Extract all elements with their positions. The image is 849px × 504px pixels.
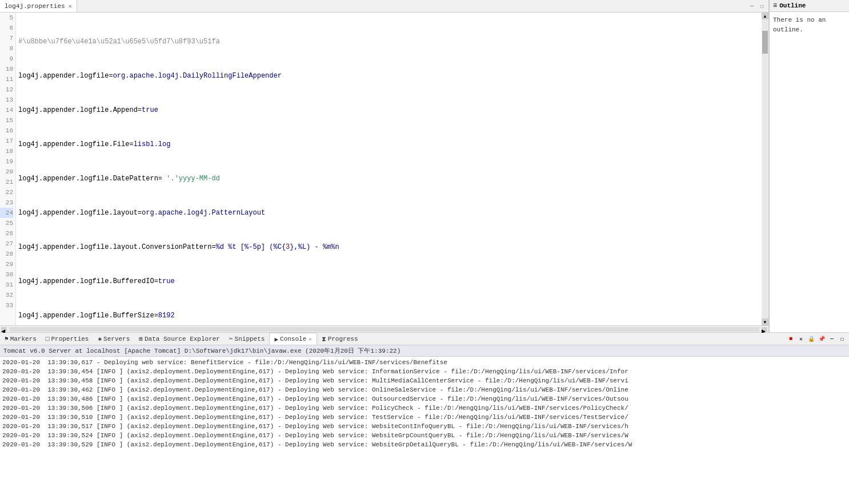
code-line: #\u8bbe\u7f6e\u4e1a\u52a1\u65e5\u5fd7\u8…: [18, 37, 759, 47]
tab-progress-label: Progress: [328, 336, 358, 342]
tab-progress[interactable]: ⧗ Progress: [317, 333, 363, 345]
console-minimize-button[interactable]: —: [827, 334, 836, 344]
code-line: log4j.appender.logfile.BufferedIO=true: [18, 276, 759, 287]
console-log-line: 2020-01-20 13:39:30,529 [INFO ] (axis2.d…: [2, 440, 847, 449]
tab-properties-label: Properties: [51, 336, 89, 342]
snippets-icon: ✂: [229, 335, 233, 342]
tab-markers[interactable]: ⚑ Markers: [0, 333, 41, 345]
tab-snippets-label: Snippets: [235, 336, 265, 342]
scroll-track[interactable]: [762, 19, 768, 318]
h-scroll-track[interactable]: [9, 327, 759, 332]
tab-markers-label: Markers: [10, 336, 37, 342]
code-line: log4j.appender.logfile.BufferSize=8192: [18, 311, 759, 321]
scroll-up-button[interactable]: ▲: [762, 13, 768, 19]
scroll-thumb[interactable]: [762, 31, 768, 54]
console-log-line: 2020-01-20 13:39:30,510 [INFO ] (axis2.d…: [2, 413, 847, 422]
window-maximize-button[interactable]: ☐: [758, 2, 766, 10]
console-scroll-lock-button[interactable]: 🔒: [807, 334, 816, 344]
tab-datasource[interactable]: ⊞ Data Source Explorer: [134, 333, 225, 345]
console-log-line: 2020-01-20 13:39:30,517 [INFO ] (axis2.d…: [2, 422, 847, 431]
code-line: log4j.appender.logfile=org.apache.log4j.…: [18, 71, 759, 81]
markers-icon: ⚑: [5, 335, 9, 342]
editor-main: log4j.properties ✕ — ☐ 5 6 7 8 9 10 11 1…: [0, 0, 769, 332]
console-output[interactable]: 2020-01-20 13:39:30,617 - Deploying web …: [0, 357, 849, 504]
tab-servers-label: Servers: [103, 336, 130, 342]
tab-console-close[interactable]: ✕: [309, 336, 311, 342]
outline-icon: ≡: [773, 2, 777, 10]
editor-tab-bar: log4j.properties ✕ — ☐: [0, 0, 768, 13]
console-maximize-button[interactable]: ☐: [838, 334, 847, 344]
code-editor[interactable]: 5 6 7 8 9 10 11 12 13 14 15 16 17 18 19 …: [0, 13, 768, 325]
code-line: log4j.appender.logfile.Append=true: [18, 105, 759, 115]
outline-title: Outline: [779, 2, 806, 9]
tab-properties[interactable]: □ Properties: [41, 333, 94, 345]
tab-servers[interactable]: ◈ Servers: [93, 333, 134, 345]
outline-content: There is no an outline.: [770, 12, 849, 38]
line-numbers: 5 6 7 8 9 10 11 12 13 14 15 16 17 18 19 …: [0, 13, 16, 325]
console-area: ⚑ Markers □ Properties ◈ Servers ⊞ Data …: [0, 333, 849, 504]
h-scroll-left[interactable]: ◀: [1, 327, 7, 332]
console-log-line: 2020-01-20 13:39:30,506 [INFO ] (axis2.d…: [2, 404, 847, 413]
editor-area: log4j.properties ✕ — ☐ 5 6 7 8 9 10 11 1…: [0, 0, 849, 333]
tab-console-label: Console: [280, 336, 306, 342]
console-log-line: 2020-01-20 13:39:30,486 [INFO ] (axis2.d…: [2, 394, 847, 404]
window-minimize-button[interactable]: —: [748, 2, 756, 10]
tab-console[interactable]: ▶ Console ✕: [269, 333, 317, 345]
console-toolbar: ■ ✕ 🔒 📌 — ☐: [786, 334, 849, 344]
console-pin-button[interactable]: 📌: [817, 334, 826, 344]
tab-close-button[interactable]: ✕: [69, 3, 72, 10]
console-tab-bar: ⚑ Markers □ Properties ◈ Servers ⊞ Data …: [0, 333, 849, 345]
datasource-icon: ⊞: [139, 335, 143, 342]
outline-panel: ≡ Outline There is no an outline.: [769, 0, 849, 332]
console-log-line: 2020-01-20 13:39:30,458 [INFO ] (axis2.d…: [2, 376, 847, 385]
properties-icon: □: [46, 336, 50, 342]
tab-datasource-label: Data Source Explorer: [145, 336, 220, 342]
console-stop-button[interactable]: ■: [786, 334, 795, 344]
window-controls: — ☐: [748, 2, 768, 10]
editor-tab[interactable]: log4j.properties ✕: [0, 0, 77, 12]
console-title-text: Tomcat v6.0 Server at localhost [Apache …: [3, 348, 401, 354]
code-line: log4j.appender.logfile.DatePattern= '.'y…: [18, 174, 759, 184]
vertical-scrollbar[interactable]: ▲ ▼: [762, 13, 768, 325]
servers-icon: ◈: [98, 335, 102, 342]
tab-label: log4j.properties: [5, 3, 65, 10]
h-scroll-right[interactable]: ▶: [762, 327, 767, 332]
tab-snippets[interactable]: ✂ Snippets: [225, 333, 269, 345]
outline-header: ≡ Outline: [770, 0, 849, 12]
horizontal-scrollbar[interactable]: ◀ ▶: [0, 325, 768, 332]
outline-message: There is no an outline.: [773, 17, 826, 33]
code-line: log4j.appender.logfile.File=lisbl.log: [18, 139, 759, 150]
scroll-down-button[interactable]: ▼: [762, 318, 768, 325]
console-log-line: 2020-01-20 13:39:30,524 [INFO ] (axis2.d…: [2, 431, 847, 440]
console-icon: ▶: [274, 336, 278, 343]
code-line: log4j.appender.logfile.layout=org.apache…: [18, 208, 759, 218]
console-log-line: 2020-01-20 13:39:30,617 - Deploying web …: [2, 358, 847, 367]
code-line: log4j.appender.logfile.layout.Conversion…: [18, 242, 759, 252]
progress-icon: ⧗: [322, 336, 326, 342]
code-lines: #\u8bbe\u7f6e\u4e1a\u52a1\u65e5\u5fd7\u8…: [16, 13, 762, 325]
console-clear-button[interactable]: ✕: [796, 334, 806, 344]
console-log-line: 2020-01-20 13:39:30,454 [INFO ] (axis2.d…: [2, 367, 847, 376]
console-log-line: 2020-01-20 13:39:30,462 [INFO ] (axis2.d…: [2, 385, 847, 394]
console-title: Tomcat v6.0 Server at localhost [Apache …: [0, 345, 849, 357]
